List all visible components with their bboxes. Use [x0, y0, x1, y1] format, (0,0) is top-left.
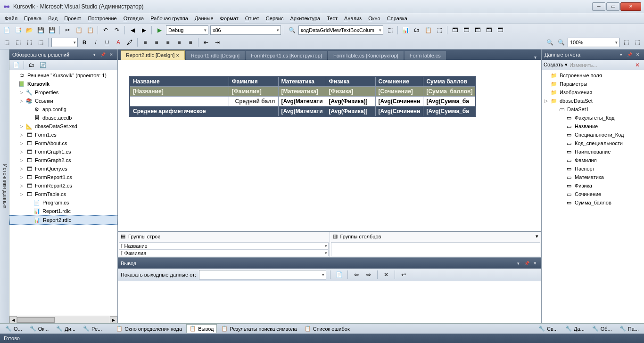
- platform-combo[interactable]: x86: [210, 25, 281, 35]
- output-wrap-icon[interactable]: ↩: [399, 270, 408, 279]
- tb-icon[interactable]: 🗔: [484, 25, 494, 35]
- tree-item[interactable]: ▷🗔FormAbout.cs: [9, 139, 117, 147]
- tree-item[interactable]: ▭Код_специальности: [542, 139, 644, 147]
- menu-item[interactable]: Формат: [217, 15, 241, 22]
- tree-item[interactable]: 🗃DataSet1: [542, 105, 644, 114]
- align-center-icon[interactable]: ≡: [152, 38, 161, 47]
- report-avg-cell[interactable]: [130, 97, 229, 106]
- tree-item[interactable]: 📁Параметры: [542, 80, 644, 88]
- menu-item[interactable]: Вид: [45, 15, 60, 22]
- bottom-tab[interactable]: 📋Список ошибок: [301, 324, 353, 333]
- align-right-icon[interactable]: ≡: [163, 38, 173, 47]
- report-avg-cell[interactable]: [Avg(Сочинени: [375, 97, 423, 106]
- config-combo[interactable]: Debug: [166, 25, 208, 35]
- output-clear-icon[interactable]: ✕: [381, 270, 391, 279]
- report-header-cell[interactable]: Сумма баллов: [423, 76, 476, 87]
- menu-item[interactable]: Анализ: [341, 15, 364, 22]
- report-avg-cell[interactable]: Средний балл: [229, 97, 278, 106]
- output-next-icon[interactable]: ⇨: [364, 270, 373, 279]
- bottom-tab[interactable]: 🔧О...: [2, 324, 25, 333]
- tree-item[interactable]: 📄Program.cs: [9, 198, 117, 207]
- tree-item[interactable]: 🗂Решение "Kursovik" (проектов: 1): [9, 71, 117, 80]
- tb-icon[interactable]: 🗂: [412, 25, 421, 35]
- panel-close-icon[interactable]: ✕: [108, 51, 115, 58]
- report-header-cell[interactable]: Фамилия: [229, 76, 278, 87]
- nav-back-icon[interactable]: ◀: [128, 25, 137, 35]
- tb-icon[interactable]: 🗔: [462, 25, 471, 35]
- tree-item[interactable]: ▷📐dbaseDataSet.xsd: [9, 122, 117, 131]
- tree-item[interactable]: 📗Kursovik: [9, 80, 117, 88]
- align-justify-icon[interactable]: ≡: [174, 38, 184, 47]
- panel-close-icon[interactable]: ✕: [532, 260, 538, 267]
- bottom-tab[interactable]: 🔧Ок...: [26, 324, 52, 333]
- tree-item[interactable]: ⚙app.config: [9, 105, 117, 114]
- report-avg2-cell[interactable]: [Avg(Физика)]: [326, 106, 375, 117]
- tree-item[interactable]: ▷🗔FormReport1.cs: [9, 173, 117, 181]
- refresh-icon[interactable]: 🔄: [38, 60, 48, 70]
- align-left-icon[interactable]: ≡: [140, 38, 150, 47]
- tb-icon[interactable]: ⬚: [621, 38, 631, 47]
- paste-icon[interactable]: 📋: [85, 25, 95, 35]
- tb-icon[interactable]: ⬚: [385, 25, 395, 35]
- outdent-icon[interactable]: ⇤: [201, 38, 211, 47]
- report-avg2-cell[interactable]: [Avg(Сочинени: [375, 106, 423, 117]
- tb-icon[interactable]: 🗔: [473, 25, 482, 35]
- menu-item[interactable]: Справка: [384, 15, 410, 22]
- bold-icon[interactable]: B: [80, 38, 89, 47]
- bottom-tab[interactable]: 🔧Да...: [562, 324, 588, 333]
- open-icon[interactable]: 📂: [25, 25, 34, 35]
- tree-item[interactable]: ▭Математика: [542, 173, 644, 181]
- bottom-tab[interactable]: 📋Вывод: [186, 324, 217, 333]
- solution-hscroll[interactable]: ◀▶: [9, 316, 117, 323]
- layer-icon[interactable]: ⬚: [13, 38, 23, 47]
- tree-item[interactable]: ▷📚Ссылки: [9, 97, 117, 105]
- report-header-cell[interactable]: Название: [130, 76, 229, 87]
- layer-icon[interactable]: ⬚: [2, 38, 11, 47]
- menu-item[interactable]: Построение: [85, 15, 119, 22]
- zoom-in-icon[interactable]: 🔍: [556, 38, 566, 47]
- tree-item[interactable]: ▷🗔FormQuery.cs: [9, 164, 117, 173]
- maximize-button[interactable]: ▭: [606, 2, 619, 11]
- menu-item[interactable]: Сервис: [263, 15, 287, 22]
- report-header-cell[interactable]: Физика: [326, 76, 375, 87]
- bottom-tab[interactable]: 📋Результаты поиска символа: [218, 324, 300, 333]
- menu-item[interactable]: Окно: [365, 15, 383, 22]
- col-group-empty[interactable]: [331, 242, 541, 256]
- report-avg-cell[interactable]: [Avg(Физика)]: [326, 97, 375, 106]
- tree-item[interactable]: ▭Специальности_Код: [542, 131, 644, 139]
- layer-icon[interactable]: ⬚: [36, 38, 45, 47]
- document-tab[interactable]: Report2.rdlc [Design] ✕: [121, 50, 185, 60]
- report-data-create[interactable]: Создать ▾: [544, 62, 568, 68]
- report-data-cell[interactable]: [Математика]: [278, 87, 326, 97]
- tree-item[interactable]: ▷📁dbaseDataSet: [542, 97, 644, 105]
- report-avg-cell[interactable]: [Avg(Сумма_ба: [423, 97, 476, 106]
- panel-menu-icon[interactable]: ▾: [91, 51, 98, 58]
- panel-menu-icon[interactable]: ▾: [618, 51, 624, 58]
- pin-icon[interactable]: 📌: [626, 51, 633, 58]
- tree-item[interactable]: ▷🗔Form1.cs: [9, 131, 117, 139]
- tree-item[interactable]: ▭Название: [542, 122, 644, 131]
- report-data-cell[interactable]: [Сумма_баллов]: [423, 87, 476, 97]
- report-table[interactable]: НазваниеФамилияМатематикаФизикаСочинение…: [129, 76, 476, 117]
- bottom-tab[interactable]: 🔧Об...: [589, 324, 615, 333]
- report-avg2-cell[interactable]: [Avg(Математи: [278, 106, 326, 117]
- zoom-combo[interactable]: 100%: [568, 38, 619, 47]
- report-data-cell[interactable]: [Фамилия]: [229, 87, 278, 97]
- tb-icon[interactable]: ⬚: [435, 25, 444, 35]
- report-designer[interactable]: НазваниеФамилияМатематикаФизикаСочинение…: [118, 60, 541, 231]
- layer-icon[interactable]: ⬚: [25, 38, 34, 47]
- align-icon[interactable]: ≡: [186, 38, 195, 47]
- menu-item[interactable]: Архитектура: [288, 15, 323, 22]
- font-combo[interactable]: [51, 38, 78, 47]
- output-source-combo[interactable]: [199, 270, 326, 279]
- close-button[interactable]: ✕: [620, 2, 641, 11]
- bottom-tab[interactable]: 🔧Па...: [616, 324, 642, 333]
- redo-icon[interactable]: ↷: [112, 25, 122, 35]
- menu-item[interactable]: Правка: [21, 15, 44, 22]
- tree-item[interactable]: ▷🗔FormReport2.cs: [9, 181, 117, 190]
- report-header-cell[interactable]: Математика: [278, 76, 326, 87]
- panel-close-icon[interactable]: ✕: [635, 51, 641, 58]
- data-sources-tab[interactable]: Источники данных: [0, 49, 9, 323]
- start-debug-icon[interactable]: ▶: [155, 25, 164, 35]
- undo-icon[interactable]: ↶: [101, 25, 110, 35]
